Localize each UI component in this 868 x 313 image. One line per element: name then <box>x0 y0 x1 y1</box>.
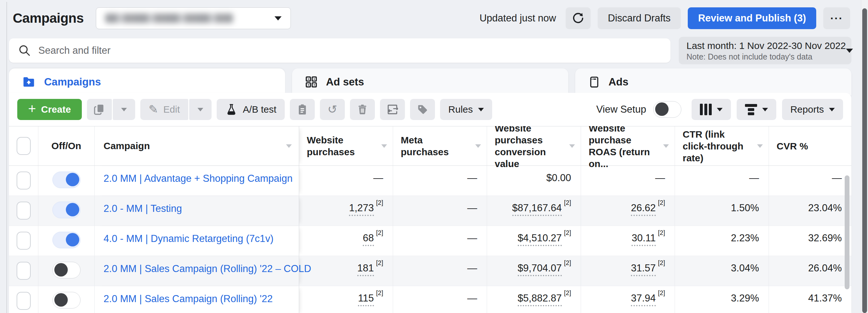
tag-icon <box>416 103 429 116</box>
panel-left-edge <box>6 2 7 313</box>
campaigns-folder-icon <box>21 75 36 89</box>
clipboard-button[interactable] <box>290 99 315 120</box>
select-all-checkbox[interactable] <box>17 137 31 155</box>
breakdown-button[interactable] <box>737 99 776 120</box>
chevron-down-icon <box>762 108 768 111</box>
campaign-link[interactable]: 2.0 - MM | Testing <box>103 203 182 215</box>
chevron-down-icon <box>717 108 722 111</box>
review-and-publish-button[interactable]: Review and Publish (3) <box>688 7 816 29</box>
search-input[interactable] <box>38 45 661 56</box>
trash-icon <box>356 103 369 116</box>
ab-test-button[interactable]: A/B test <box>217 99 285 120</box>
duplicate-button[interactable] <box>87 99 112 120</box>
columns-button[interactable] <box>691 99 731 120</box>
table-scrollbar-thumb[interactable] <box>845 175 849 289</box>
delete-button[interactable] <box>350 99 375 120</box>
page-title: Campaigns <box>13 10 84 26</box>
date-range-label: Last month: 1 Nov 2022-30 Nov 2022 <box>686 40 846 52</box>
column-header-conversion-value[interactable]: Website purchases conversion value <box>487 126 581 166</box>
campaign-toggle[interactable] <box>53 172 81 188</box>
table-toolbar: + Create ✎ Edit A/B test <box>9 93 851 126</box>
clipboard-icon <box>296 103 308 116</box>
chevron-down-icon <box>275 16 282 21</box>
search-icon <box>18 44 31 57</box>
column-header-off-on: Off/On <box>38 126 95 166</box>
campaign-toggle[interactable] <box>53 262 81 279</box>
table-row: 2.0 MM | Advantage + Shopping Campaign —… <box>9 166 851 196</box>
sort-caret-icon <box>381 144 387 148</box>
row-checkbox[interactable] <box>17 202 31 220</box>
table-row: 4.0 - MM | Dynamic Retargeting (7c1v) 68… <box>9 226 851 256</box>
rules-button[interactable]: Rules <box>440 99 492 120</box>
edit-button[interactable]: ✎ Edit <box>140 99 188 120</box>
column-header-campaign[interactable]: Campaign <box>95 126 299 166</box>
chevron-down-icon <box>478 108 484 111</box>
level-tabs: Campaigns Ad sets Ads <box>0 65 868 95</box>
campaign-toggle[interactable] <box>53 202 81 218</box>
column-header-meta-purchases[interactable]: Meta purchases <box>393 126 487 166</box>
breakdown-icon <box>745 104 757 115</box>
updated-status: Updated just now <box>479 12 556 24</box>
refresh-icon <box>571 11 585 25</box>
chevron-down-icon <box>121 108 127 111</box>
sort-caret-icon <box>475 144 481 148</box>
date-range-selector[interactable]: Last month: 1 Nov 2022-30 Nov 2022 Note:… <box>679 37 851 64</box>
refresh-button[interactable] <box>566 7 591 29</box>
account-name-redacted <box>105 13 233 23</box>
sort-caret-icon <box>286 144 292 148</box>
duplicate-icon <box>93 103 106 116</box>
column-header-roas[interactable]: Website purchase ROAS (return on... <box>581 126 675 166</box>
campaigns-table: Off/On Campaign Website purchases Meta p… <box>9 126 851 313</box>
table-row: 2.0 MM | Sales Campaign (Rolling) '22 – … <box>9 256 851 286</box>
duplicate-menu-button[interactable] <box>113 99 135 120</box>
sort-caret-icon <box>757 144 763 148</box>
chevron-down-icon <box>197 108 203 111</box>
campaign-toggle[interactable] <box>53 292 81 309</box>
columns-icon <box>700 104 712 115</box>
page-scrollbar-track[interactable] <box>861 0 868 313</box>
undo-button[interactable]: ↺ <box>320 99 345 120</box>
page-scrollbar-thumb[interactable] <box>862 8 867 313</box>
tag-button[interactable] <box>410 99 435 120</box>
sort-caret-icon <box>663 144 669 148</box>
top-bar: Campaigns Updated just now Discard Draft… <box>0 0 868 33</box>
compare-arrows-icon <box>386 103 399 116</box>
campaign-link[interactable]: 2.0 MM | Sales Campaign (Rolling) '22 – … <box>103 263 311 275</box>
column-header-website-purchases[interactable]: Website purchases <box>299 126 393 166</box>
account-selector[interactable] <box>96 7 291 29</box>
row-checkbox[interactable] <box>17 292 31 310</box>
edit-menu-button[interactable] <box>189 99 212 120</box>
tab-campaigns[interactable]: Campaigns <box>9 68 285 95</box>
sort-caret-icon <box>569 144 575 148</box>
tab-ads[interactable]: Ads <box>575 68 851 95</box>
undo-icon: ↺ <box>328 104 337 115</box>
ad-sets-grid-icon <box>304 75 318 89</box>
date-range-note: Note: Does not include today's data <box>686 52 846 61</box>
pencil-icon: ✎ <box>149 104 158 115</box>
chevron-down-icon <box>846 49 853 53</box>
row-checkbox[interactable] <box>17 232 31 250</box>
view-setup-toggle[interactable] <box>653 101 681 118</box>
search-bar[interactable] <box>9 38 671 63</box>
campaign-toggle[interactable] <box>53 232 81 248</box>
chevron-down-icon <box>829 108 835 111</box>
column-header-ctr[interactable]: CTR (link click-through rate) <box>675 126 769 166</box>
row-checkbox[interactable] <box>17 172 31 190</box>
ads-page-icon <box>587 75 601 89</box>
discard-drafts-button[interactable]: Discard Drafts <box>598 7 681 29</box>
reports-button[interactable]: Reports <box>782 99 843 120</box>
tab-label: Ad sets <box>326 76 364 88</box>
column-header-cvr[interactable]: CVR % <box>769 126 851 166</box>
campaign-link[interactable]: 2.0 MM | Sales Campaign (Rolling) '22 <box>103 293 273 305</box>
table-row: 2.0 MM | Sales Campaign (Rolling) '22 11… <box>9 286 851 313</box>
row-checkbox[interactable] <box>17 262 31 280</box>
tab-label: Campaigns <box>44 76 101 88</box>
tab-ad-sets[interactable]: Ad sets <box>292 68 568 95</box>
more-options-button[interactable]: ··· <box>823 7 850 29</box>
table-header-row: Off/On Campaign Website purchases Meta p… <box>9 126 851 166</box>
campaign-link[interactable]: 4.0 - MM | Dynamic Retargeting (7c1v) <box>103 233 274 245</box>
export-compare-button[interactable] <box>380 99 405 120</box>
create-button[interactable]: + Create <box>17 99 82 120</box>
campaigns-panel: + Create ✎ Edit A/B test <box>9 93 851 313</box>
campaign-link[interactable]: 2.0 MM | Advantage + Shopping Campaign <box>103 173 292 184</box>
